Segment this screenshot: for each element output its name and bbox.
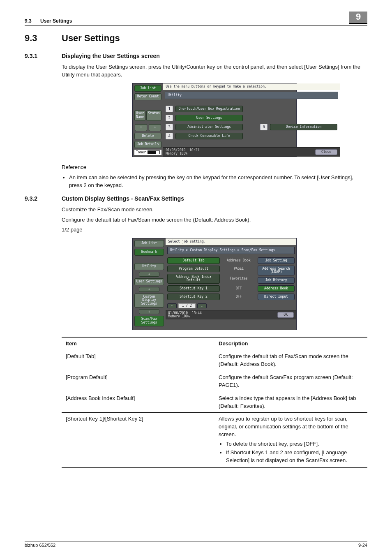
panel1-title: Utility bbox=[165, 92, 338, 99]
reference-bullet: An item can also be selected by pressing… bbox=[69, 174, 367, 190]
table-row: [Shortcut Key 1]/[Shortcut Key 2]Allows … bbox=[62, 413, 367, 468]
arrow-down-icon[interactable]: ↓ bbox=[149, 124, 161, 131]
header-left: 9.3 User Settings bbox=[25, 18, 72, 24]
table-cell-item: [Shortcut Key 1]/[Shortcut Key 2] bbox=[62, 413, 214, 468]
table-cell-desc: Select a index type that appears in the … bbox=[214, 392, 367, 413]
p2-job-list-button[interactable]: Job List bbox=[134, 240, 164, 247]
menu-num-1[interactable]: 1 bbox=[166, 106, 173, 112]
h3-2-num: 9.3.2 bbox=[25, 195, 62, 202]
user-name-chip: User Name bbox=[134, 110, 145, 121]
panel2-breadcrumb: Utility > Custom Display Settings > Scan… bbox=[167, 247, 295, 254]
s2-p1: Customize the Fax/Scan mode screen. bbox=[62, 206, 367, 214]
table-bullet: If Shortcut Keys 1 and 2 are configured,… bbox=[226, 449, 363, 465]
panel2-footer-status: 01/06/2010 15:44 Memory 100% bbox=[168, 312, 202, 318]
address-search-button[interactable]: Address Search (LDAP) bbox=[258, 266, 295, 275]
h2-title: User Settings bbox=[62, 33, 120, 43]
status-chip: Status bbox=[146, 110, 161, 121]
subsection-9-3-1: 9.3.1Displaying the User Settings screen bbox=[25, 53, 367, 59]
crumb-utility[interactable]: Utility bbox=[134, 263, 164, 270]
toner-gauge: Toner bbox=[134, 150, 161, 155]
job-history-button[interactable]: Job History bbox=[258, 277, 295, 284]
shortcut-key-1-value: OFF bbox=[222, 287, 255, 290]
program-default-button[interactable]: Program Default bbox=[167, 266, 220, 272]
panel1-footer-status: 01/05/2010 10:21 Memory 100% bbox=[166, 149, 199, 155]
s2-p3: 1/2 page bbox=[62, 226, 367, 234]
bookmark-button[interactable]: Bookmark bbox=[134, 249, 164, 256]
addr-index-default-value: Favorites bbox=[222, 277, 255, 280]
panel1-time: 10:21 bbox=[189, 148, 199, 152]
menu-item-admin-settings[interactable]: Administrator Settings bbox=[175, 124, 243, 130]
default-tab-value: Address Book bbox=[222, 259, 255, 262]
panel1-instruction: Use the menu buttons or keypad to make a… bbox=[163, 83, 340, 90]
menu-num-2[interactable]: 2 bbox=[166, 115, 173, 121]
chevron-down-icon: ↓ bbox=[139, 272, 159, 277]
panel2-memory: Memory 100% bbox=[168, 314, 190, 318]
ok-button[interactable]: OK bbox=[277, 312, 294, 318]
addr-index-default-button[interactable]: Address Book Index Default bbox=[167, 274, 220, 284]
meter-count-button[interactable]: Meter Count bbox=[134, 93, 161, 100]
menu-item-one-touch[interactable]: One-Touch/User Box Registration bbox=[175, 106, 243, 112]
shortcut-key-2-button[interactable]: Shortcut Key 2 bbox=[167, 294, 220, 300]
toner-label: Toner bbox=[136, 151, 146, 154]
job-details-button[interactable]: Job Details bbox=[134, 141, 161, 148]
table-cell-desc: Allows you to register up to two shortcu… bbox=[214, 413, 367, 468]
page-footer: bizhub 652/552 9-24 bbox=[25, 541, 367, 548]
scan-fax-settings-screenshot: Job List Bookmark Utility ↓ User Setting… bbox=[132, 238, 297, 330]
utility-menu-screenshot: Job List Meter Count User Name Status ↑ … bbox=[132, 83, 297, 157]
reference-label: Reference bbox=[62, 164, 367, 171]
table-cell-item: [Address Book Index Default] bbox=[62, 392, 214, 413]
menu-item-check-consumable[interactable]: Check Consumable Life bbox=[175, 133, 243, 139]
menu-num-3[interactable]: 3 bbox=[166, 124, 173, 130]
footer-page: 9-24 bbox=[358, 543, 367, 548]
arrow-up-icon[interactable]: ↑ bbox=[135, 124, 147, 131]
crumb-scan-fax[interactable]: Scan/Fax Settings bbox=[134, 316, 164, 326]
panel1-sidebar: Job List Meter Count User Name Status ↑ … bbox=[133, 83, 163, 157]
menu-num-4[interactable]: 4 bbox=[166, 133, 173, 139]
address-book-button[interactable]: Address Book bbox=[258, 285, 295, 292]
panel2-time: 15:44 bbox=[192, 311, 202, 315]
settings-description-table: Item Description [Default Tab]Configure … bbox=[62, 337, 367, 468]
table-cell-desc: Configure the default tab of Fax/Scan mo… bbox=[214, 350, 367, 371]
default-tab-button[interactable]: Default Tab bbox=[167, 257, 220, 264]
page-down-icon[interactable]: ↓ bbox=[197, 303, 207, 308]
th-item: Item bbox=[62, 337, 214, 350]
panel1-memory: Memory 100% bbox=[166, 152, 187, 155]
table-row: [Default Tab]Configure the default tab o… bbox=[62, 350, 367, 371]
shortcut-key-2-value: OFF bbox=[222, 295, 255, 298]
job-list-button[interactable]: Job List bbox=[134, 85, 161, 92]
close-button[interactable]: Close bbox=[315, 149, 337, 155]
h3-title: Displaying the User Settings screen bbox=[62, 53, 160, 59]
crumb-custom-display[interactable]: Custom Display Settings bbox=[134, 294, 164, 308]
menu-num-8[interactable]: 8 bbox=[260, 124, 267, 130]
table-cell-item: [Default Tab] bbox=[62, 350, 214, 371]
s2-p2: Configure the default tab of Fax/Scan mo… bbox=[62, 216, 367, 224]
h3-2-title: Custom Display Settings - Scan/Fax Setti… bbox=[62, 195, 184, 202]
table-cell-desc: Configure the default Scan/Fax program s… bbox=[214, 371, 367, 392]
s1-para: To display the User Settings screen, pre… bbox=[62, 63, 367, 79]
chevron-down-icon: ↓ bbox=[139, 287, 159, 292]
chapter-tab: 9 bbox=[349, 12, 367, 24]
panel2-sidebar: Job List Bookmark Utility ↓ User Setting… bbox=[133, 238, 166, 329]
table-cell-item: [Program Default] bbox=[62, 371, 214, 392]
table-bullet: To delete the shortcut key, press [OFF]. bbox=[226, 440, 363, 448]
program-default-value: PAGE1 bbox=[222, 267, 255, 271]
direct-input-button[interactable]: Direct Input bbox=[258, 294, 295, 300]
running-header: 9.3 User Settings 9 bbox=[25, 12, 367, 25]
table-row: [Program Default]Configure the default S… bbox=[62, 371, 367, 392]
crumb-user-settings[interactable]: User Settings bbox=[134, 278, 164, 285]
menu-item-user-settings[interactable]: User Settings bbox=[175, 115, 243, 121]
h2-num: 9.3 bbox=[25, 33, 62, 44]
h3-num: 9.3.1 bbox=[25, 53, 62, 59]
menu-item-device-info[interactable]: Device Information bbox=[270, 124, 337, 130]
table-row: [Address Book Index Default]Select a ind… bbox=[62, 392, 367, 413]
header-section-title: User Settings bbox=[40, 18, 72, 24]
section-heading-9-3: 9.3User Settings bbox=[25, 33, 367, 44]
delete-button[interactable]: Delete bbox=[134, 133, 161, 140]
job-setting-button[interactable]: Job Setting bbox=[258, 257, 295, 264]
shortcut-key-1-button[interactable]: Shortcut Key 1 bbox=[167, 285, 220, 292]
page-up-icon[interactable]: ↑ bbox=[167, 303, 177, 308]
panel2-instruction: Select job setting. bbox=[166, 238, 296, 245]
chevron-down-icon: ↓ bbox=[139, 309, 159, 314]
toner-gauge-bar bbox=[148, 150, 160, 154]
header-section-num: 9.3 bbox=[25, 18, 32, 24]
